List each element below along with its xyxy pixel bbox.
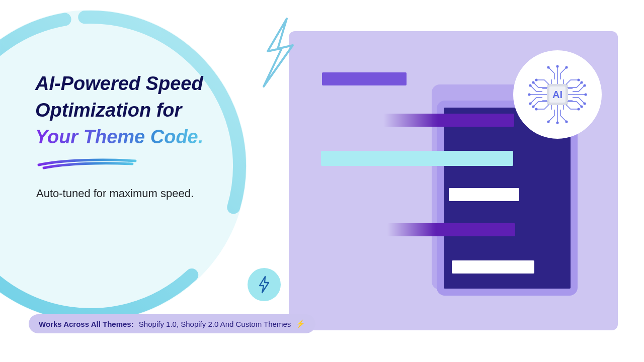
- svg-point-20: [532, 105, 534, 108]
- svg-point-34: [584, 93, 587, 96]
- code-line: [383, 114, 514, 127]
- code-line: [452, 260, 534, 274]
- pill-emoji: ⚡: [296, 319, 305, 328]
- lightning-sketch-icon: [252, 16, 307, 92]
- svg-point-33: [583, 102, 586, 105]
- ai-chip-label: AI: [552, 89, 562, 100]
- lightning-icon: [257, 276, 272, 294]
- svg-point-16: [532, 81, 534, 83]
- svg-point-29: [529, 84, 531, 86]
- headline-line-3: Your Theme Code.: [35, 124, 203, 150]
- svg-point-25: [556, 65, 558, 67]
- svg-point-21: [577, 108, 580, 110]
- marketing-slide: AI-Powered Speed Optimization for Your T…: [0, 0, 644, 362]
- underline-scribble-icon: [37, 156, 137, 170]
- svg-point-28: [556, 121, 558, 124]
- svg-point-19: [535, 108, 537, 110]
- svg-point-27: [565, 120, 568, 123]
- ai-chip-badge: AI: [513, 50, 602, 139]
- headline-line-1: AI-Powered Speed: [35, 73, 203, 94]
- code-line: [449, 188, 519, 201]
- headline: AI-Powered Speed Optimization for Your T…: [35, 70, 203, 151]
- svg-point-31: [528, 93, 530, 96]
- svg-point-18: [580, 81, 583, 83]
- code-line: [321, 151, 513, 166]
- svg-point-24: [565, 66, 568, 68]
- ai-chip-icon: AI: [522, 59, 593, 130]
- subtitle: Auto-tuned for maximum speed.: [36, 187, 194, 200]
- svg-point-17: [577, 78, 580, 81]
- svg-point-32: [583, 84, 586, 86]
- lightning-badge: [248, 268, 281, 301]
- svg-point-23: [547, 66, 549, 68]
- code-line: [387, 223, 515, 236]
- svg-point-30: [529, 102, 531, 105]
- svg-point-15: [535, 78, 537, 81]
- code-line: [322, 72, 407, 85]
- svg-point-22: [580, 105, 583, 108]
- pill-text: Shopify 1.0, Shopify 2.0 And Custom Them…: [139, 320, 291, 328]
- pill-bold-text: Works Across All Themes:: [39, 320, 134, 328]
- headline-line-2: Optimization for: [35, 100, 182, 121]
- compatibility-pill: Works Across All Themes: Shopify 1.0, Sh…: [29, 314, 315, 333]
- svg-point-26: [547, 120, 549, 123]
